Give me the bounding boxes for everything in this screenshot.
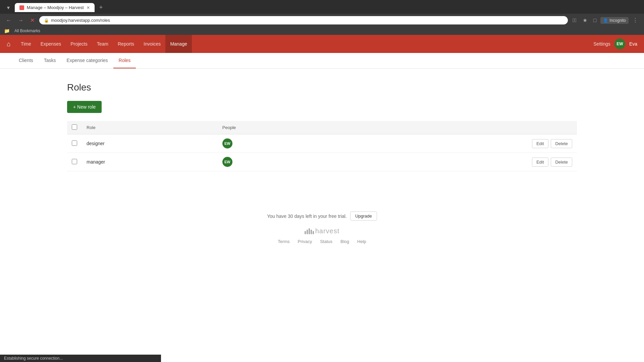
reload-button[interactable]: ✕ [28, 16, 37, 25]
new-tab-button[interactable]: + [97, 3, 106, 12]
select-all-checkbox[interactable] [72, 124, 77, 130]
footer-links: Terms Privacy Status Blog Help [7, 239, 637, 244]
nav-reports[interactable]: Reports [113, 35, 139, 53]
subnav-clients[interactable]: Clients [13, 53, 39, 68]
table-row: designer EW Edit Delete [67, 134, 577, 153]
main-nav: Time Expenses Projects Team Reports Invo… [16, 35, 192, 53]
trial-banner: You have 30 days left in your free trial… [7, 212, 637, 221]
people-avatar-1: EW [222, 138, 232, 148]
app-header: ⌂ Time Expenses Projects Team Reports In… [0, 35, 644, 53]
role-name-1: designer [87, 141, 105, 146]
user-name[interactable]: Eva [629, 41, 637, 47]
page-title: Roles [67, 82, 577, 93]
tab-title: Manage – Moodjoy – Harvest [27, 5, 84, 10]
role-name-2: manager [87, 159, 105, 165]
new-role-button[interactable]: + New role [67, 101, 102, 113]
subnav-roles[interactable]: Roles [113, 53, 136, 68]
browser-tab[interactable]: Manage – Moodjoy – Harvest ✕ [15, 3, 95, 12]
edit-button-1[interactable]: Edit [532, 139, 548, 148]
subnav-expense-categories[interactable]: Expense categories [61, 53, 113, 68]
footer-terms[interactable]: Terms [278, 239, 289, 244]
upgrade-button[interactable]: Upgrade [350, 212, 377, 221]
nav-time[interactable]: Time [16, 35, 36, 53]
browser-toolbar: ← → ✕ 🔒 moodjoy.harvestapp.com/roles 👁̸ … [0, 14, 644, 27]
bookmarks-bar: 📁 All Bookmarks [0, 27, 644, 35]
harvest-logo-bars [305, 228, 314, 234]
delete-button-2[interactable]: Delete [551, 158, 572, 167]
split-view-button[interactable]: □ [591, 16, 599, 25]
incognito-icon: 👤 [603, 18, 608, 23]
incognito-badge: 👤 Incognito [600, 17, 629, 24]
table-row: manager EW Edit Delete [67, 153, 577, 171]
harvest-footer: You have 30 days left in your free trial… [0, 185, 644, 251]
all-bookmarks-link[interactable]: All Bookmarks [12, 28, 42, 34]
main-content: Roles + New role Role People designer EW… [0, 69, 644, 185]
footer-blog[interactable]: Blog [340, 239, 349, 244]
incognito-label: Incognito [609, 18, 626, 23]
people-column-header: People [218, 121, 329, 134]
nav-team[interactable]: Team [92, 35, 113, 53]
visibility-off-icon[interactable]: 👁̸ [571, 16, 579, 25]
address-bar[interactable]: 🔒 moodjoy.harvestapp.com/roles [39, 16, 568, 24]
forward-button[interactable]: → [16, 16, 25, 25]
user-avatar: EW [614, 39, 625, 49]
nav-manage[interactable]: Manage [165, 35, 192, 53]
url-display: moodjoy.harvestapp.com/roles [51, 18, 563, 23]
nav-invoices[interactable]: Invoices [139, 35, 165, 53]
harvest-logo-text: harvest [315, 227, 340, 235]
toolbar-right: 👁̸ ★ □ 👤 Incognito ⋮ [571, 16, 640, 25]
row-checkbox-1[interactable] [72, 140, 77, 146]
edit-button-2[interactable]: Edit [532, 158, 548, 167]
footer-help[interactable]: Help [357, 239, 366, 244]
tab-list-button[interactable]: ▼ [4, 4, 13, 12]
settings-link[interactable]: Settings [593, 41, 610, 47]
security-icon: 🔒 [44, 18, 49, 23]
people-avatar-2: EW [222, 157, 232, 167]
footer-privacy[interactable]: Privacy [298, 239, 312, 244]
nav-expenses[interactable]: Expenses [36, 35, 66, 53]
row-checkbox-2[interactable] [72, 159, 77, 164]
trial-text: You have 30 days left in your free trial… [267, 214, 347, 219]
browser-chrome: ▼ Manage – Moodjoy – Harvest ✕ + [0, 0, 644, 14]
bookmarks-folder-icon: 📁 [4, 28, 10, 34]
header-right: Settings EW Eva [593, 39, 637, 49]
footer-status[interactable]: Status [320, 239, 332, 244]
subnav-tasks[interactable]: Tasks [39, 53, 61, 68]
back-button[interactable]: ← [4, 16, 13, 25]
more-options-button[interactable]: ⋮ [631, 16, 640, 25]
bookmark-star-button[interactable]: ★ [581, 16, 589, 25]
nav-projects[interactable]: Projects [66, 35, 92, 53]
roles-table: Role People designer EW Edit Delete mana… [67, 121, 577, 171]
sub-nav: Clients Tasks Expense categories Roles [0, 53, 644, 69]
role-column-header: Role [82, 121, 218, 134]
delete-button-1[interactable]: Delete [551, 139, 572, 148]
tab-close-button[interactable]: ✕ [87, 5, 90, 10]
harvest-logo: harvest [7, 227, 637, 235]
tab-favicon [19, 5, 24, 10]
home-button[interactable]: ⌂ [7, 40, 11, 48]
